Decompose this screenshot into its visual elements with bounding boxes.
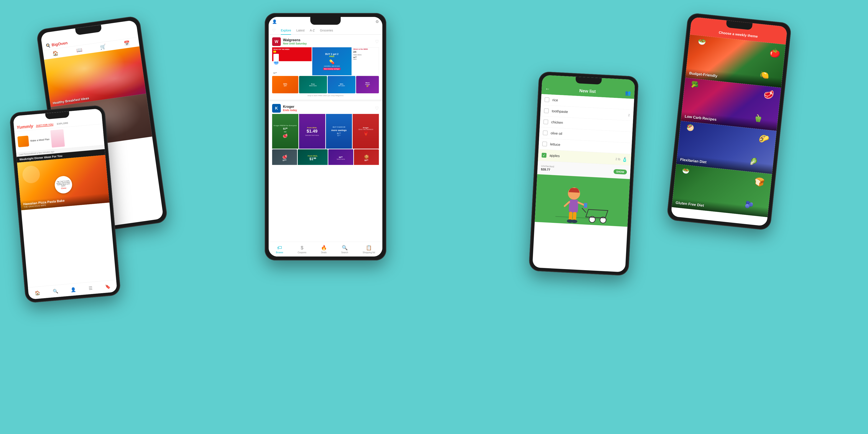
kroger-ad-discount[interactable]: $5⁹⁹ Select items <box>328 149 353 165</box>
flipp-kroger-ads2: 🥩 $7⁹⁹ Fresh DEAL $1⁹⁹ $5⁹⁹ Select items… <box>272 149 379 165</box>
flipp-kroger-ad2[interactable]: Fresh DEAL $1.49 Selected fresh items <box>299 114 325 149</box>
flipp-kroger-logo: K <box>272 104 281 113</box>
svg-rect-7 <box>569 212 573 221</box>
walgreens-off-label: OFF <box>284 85 287 87</box>
flipp-walgreens-heart-icon[interactable]: ♡ <box>375 39 379 44</box>
svg-line-9 <box>578 203 584 205</box>
flipp-kroger-date: Ends today <box>283 109 297 112</box>
yummly-nav-bookmark-icon[interactable]: 🔖 <box>105 284 111 289</box>
shopping-show-button[interactable]: SHOW <box>614 169 627 175</box>
kroger-ad-biscuits[interactable]: 🍪 $5⁹⁹ <box>354 149 379 165</box>
walgreens-ad-more[interactable]: More savings 5⁹ <box>356 76 379 93</box>
yummly-meal-plan-thumb <box>18 135 29 147</box>
flipp-kroger-ad1[interactable]: Kroger FRESH for Everyone $1⁹⁹ 69¢ 🥩 <box>272 114 299 149</box>
svg-rect-11 <box>584 203 587 207</box>
flipp-gear-icon[interactable]: ⚙ <box>375 19 379 24</box>
bigoven-nav-cart-icon[interactable]: 🛒 <box>100 43 106 50</box>
walgreens-free-text: FREE <box>329 55 334 58</box>
shopping-unchecked-amount: $28.77 <box>541 167 554 172</box>
shopping-item-rice-label: rice <box>552 98 630 106</box>
walgreens-product-img: 🥣 <box>273 54 279 71</box>
flipp-nav-deals[interactable]: 🔥 Deals <box>321 245 327 254</box>
flipp-walgreens-ad3[interactable]: DEALS of the WEEK 2/4 Select items $6⁹⁹ … <box>352 47 379 75</box>
shopping-checkbox-toothpaste[interactable] <box>544 108 549 113</box>
flipp-kroger-header: K Kroger Ends today ♡ <box>272 104 379 113</box>
walgreens-each-label: each <box>353 58 378 60</box>
kroger-ad-fresh-deal[interactable]: Fresh DEAL $1⁹⁹ <box>298 149 328 165</box>
flipp-kroger-ad3[interactable]: BUY 5 SAVE $5 more savings $1⁹⁹ $1⁹⁹ <box>326 114 352 149</box>
bigoven-logo-icon: 🍳 <box>45 43 51 49</box>
shopping-checkbox-oliveoil[interactable] <box>543 130 548 135</box>
weekly-screen: Choose a weekly theme 🍅 🥗 🍋 Budget-Frien… <box>671 17 787 226</box>
flipp-deals-label: Deals <box>321 251 327 254</box>
shopping-list: rice toothpaste 2 chicken olive oil lett <box>538 94 634 165</box>
flipp-walgreens-name: Walgreens <box>283 38 307 42</box>
shopping-item-apples-label: apples <box>550 154 616 161</box>
walgreens-ad-free[interactable]: Free Select items <box>299 76 327 93</box>
flipp-nav-search[interactable]: 🔍 Search <box>341 245 348 254</box>
bigoven-nav-book-icon[interactable]: 📖 <box>76 47 83 53</box>
shopping-checkbox-lettuce[interactable] <box>542 142 547 147</box>
phone-yummly: Yummly JUST FOR YOU EXPLORE Make a Meal … <box>9 105 121 303</box>
kroger-price1: $1⁹⁹ <box>283 127 287 130</box>
flipp-kroger-ads: Kroger FRESH for Everyone $1⁹⁹ 69¢ 🥩 Fre… <box>272 114 379 149</box>
shopping-item-toothpaste-label: toothpaste <box>552 109 628 117</box>
shopping-checkbox-chicken[interactable] <box>544 119 548 124</box>
yummly-close-button[interactable]: Close <box>57 186 71 190</box>
flipp-kroger-ad4[interactable]: Kroger SEAS THE SAVINGS! 🦞 <box>352 114 379 149</box>
yummly-person-img <box>50 129 65 148</box>
flipp-nav-shopping[interactable]: 📋 Shopping list <box>363 245 375 254</box>
flipp-tab-latest[interactable]: Latest <box>296 27 305 35</box>
yummly-tab-just-for-you[interactable]: JUST FOR YOU <box>36 123 54 127</box>
walgreens-product2-icon: 💊 <box>329 59 335 64</box>
shopping-checkbox-rice[interactable] <box>545 97 550 102</box>
flipp-tab-explore[interactable]: Explore <box>281 27 291 35</box>
kroger-deal-text: $5⁹⁹ <box>339 156 343 158</box>
yummly-nav-search-icon[interactable]: 🔍 <box>53 288 58 294</box>
flipp-walgreens-ad1[interactable]: DEALS of the WEEK W 🥣 $1⁴⁹ <box>272 47 312 75</box>
shopping-add-people-icon[interactable]: 👥 <box>625 90 631 96</box>
flipp-nav-browse[interactable]: 🏷 Browse <box>276 245 283 254</box>
yummly-nav-home-icon[interactable]: 🏠 <box>34 290 40 296</box>
flipp-tab-groceries[interactable]: Groceries <box>320 27 333 35</box>
bigoven-nav-calendar-icon[interactable]: 📅 <box>124 40 130 47</box>
shopping-screen: ← New list 👥 rice toothpaste 2 chicken <box>532 75 635 272</box>
kroger-ad-meat[interactable]: 🥩 $7⁹⁹ <box>272 149 297 165</box>
shopping-checkbox-apples[interactable]: ✓ <box>541 153 547 158</box>
svg-rect-8 <box>573 212 577 221</box>
yummly-nav-menu-icon[interactable]: ☰ <box>88 285 93 291</box>
shopping-item-toothpaste-count: 2 <box>628 113 630 117</box>
flipp-scroll-area[interactable]: W Walgreens New Until Saturday ♡ DEALS o… <box>269 35 382 165</box>
walgreens-free-items-text: Free <box>311 83 315 85</box>
walgreens-deals-week-label: DEALS of the WEEK <box>353 49 378 50</box>
shopping-back-icon[interactable]: ← <box>545 86 550 92</box>
walgreens-5-num: 5⁹ <box>367 85 369 88</box>
flipp-kroger-name-block: Kroger Ends today <box>283 105 297 112</box>
kroger-fresh-label: Kroger FRESH for Everyone <box>274 125 297 126</box>
shopping-illustration <box>535 174 630 227</box>
flipp-search-icon: 🔍 <box>342 245 348 251</box>
svg-line-12 <box>565 202 569 206</box>
flipp-nav-coupons[interactable]: $ Coupons <box>298 245 306 254</box>
kroger-product-icon: 🥩 <box>283 133 287 138</box>
walgreens-ad-50off[interactable]: 50% OFF <box>272 76 299 93</box>
flipp-screen: 👤 flipp ⚙ ♡ Explore Latest A-Z Groceries… <box>269 17 382 256</box>
kroger-meat-icon: 🥩 <box>282 155 287 159</box>
flipp-heart-icon[interactable]: ♡ <box>272 28 276 33</box>
flipp-walgreens-ad2[interactable]: BUY 2 get 2 FREE 💊 cosmetics, care & mor… <box>312 47 352 75</box>
flipp-kroger-heart-icon[interactable]: ♡ <box>375 106 379 111</box>
flipp-walgreens-ads: DEALS of the WEEK W 🥣 $1⁴⁹ BUY 2 get 2 F… <box>272 47 379 75</box>
flipp-tab-az[interactable]: A-Z <box>310 27 315 35</box>
shopping-item-oliveoil-label: olive oil <box>551 131 629 139</box>
bigoven-nav-home-icon[interactable]: 🏠 <box>52 50 59 57</box>
store-divider-1 <box>269 100 382 101</box>
flipp-kroger-section: K Kroger Ends today ♡ Kroger FRESH for E… <box>269 101 382 165</box>
walgreens-free-detail: Select items <box>309 85 317 86</box>
svg-rect-6 <box>569 199 579 213</box>
kroger-product2-icon: 🦞 <box>364 131 368 136</box>
yummly-tab-explore[interactable]: EXPLORE <box>57 122 68 126</box>
flipp-user-icon[interactable]: 👤 <box>272 19 277 24</box>
walgreens-ad-50off2[interactable]: 50% OFF select <box>328 76 356 93</box>
yummly-nav-profile-icon[interactable]: 👤 <box>70 287 76 292</box>
walgreens-deals-badge: W <box>273 51 276 53</box>
